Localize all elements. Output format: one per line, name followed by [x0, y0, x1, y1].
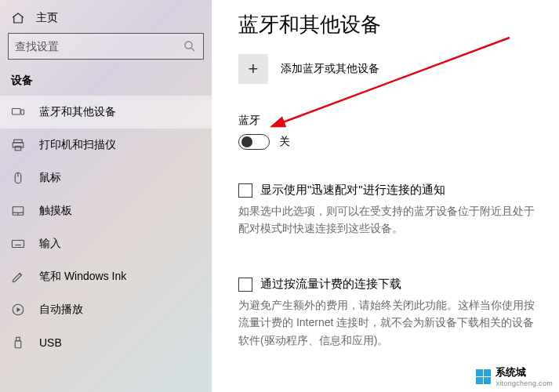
sidebar-item-label: 自动播放	[39, 303, 83, 317]
svg-rect-3	[21, 110, 24, 114]
svg-rect-5	[13, 143, 24, 147]
svg-rect-20	[16, 337, 20, 341]
svg-rect-2	[13, 109, 21, 115]
watermark-logo	[476, 369, 491, 384]
search-icon	[183, 39, 197, 53]
devices-icon	[11, 105, 25, 119]
usb-icon	[11, 336, 25, 350]
autoplay-icon	[11, 303, 25, 317]
svg-rect-12	[13, 241, 24, 248]
quick-pair-description: 如果选中此选项，则可以在受支持的蓝牙设备位于附近且处于配对模式时快速连接到这些设…	[238, 202, 536, 238]
sidebar-item-label: 鼠标	[39, 171, 61, 185]
bluetooth-toggle-state: 关	[279, 135, 290, 149]
watermark: 系统城 xitongcheng.com	[476, 365, 553, 387]
category-label: 设备	[0, 71, 212, 96]
search-container	[0, 33, 212, 71]
sidebar-item-printers[interactable]: 打印机和扫描仪	[0, 129, 212, 162]
quick-pair-checkbox[interactable]	[238, 183, 252, 198]
home-link[interactable]: 主页	[0, 6, 212, 33]
sidebar-item-label: 笔和 Windows Ink	[39, 270, 126, 284]
sidebar-item-label: 蓝牙和其他设备	[39, 105, 116, 119]
sidebar-item-autoplay[interactable]: 自动播放	[0, 293, 212, 326]
svg-marker-19	[17, 307, 21, 312]
home-icon	[11, 11, 25, 25]
svg-line-1	[191, 48, 194, 51]
sidebar-item-label: 触摸板	[39, 204, 72, 218]
printer-icon	[11, 138, 25, 152]
metered-checkbox[interactable]	[238, 278, 252, 292]
svg-rect-6	[15, 147, 21, 151]
sidebar-item-pen[interactable]: 笔和 Windows Ink	[0, 260, 212, 293]
main-content: 蓝牙和其他设备 + 添加蓝牙或其他设备 蓝牙 关 显示使用"迅速配对"进行连接的…	[212, 0, 559, 392]
add-device-button[interactable]: + 添加蓝牙或其他设备	[238, 54, 537, 84]
sidebar-item-label: USB	[39, 336, 62, 349]
svg-rect-21	[15, 341, 21, 348]
sidebar-item-mouse[interactable]: 鼠标	[0, 162, 212, 194]
sidebar-item-usb[interactable]: USB	[0, 326, 212, 359]
home-label: 主页	[36, 11, 58, 25]
mouse-icon	[11, 171, 25, 185]
keyboard-icon	[11, 237, 25, 251]
sidebar-item-touchpad[interactable]: 触摸板	[0, 194, 212, 227]
page-title: 蓝牙和其他设备	[238, 11, 537, 38]
touchpad-icon	[11, 204, 25, 218]
bluetooth-toggle[interactable]	[238, 134, 270, 150]
search-input[interactable]	[15, 40, 183, 53]
sidebar-item-label: 打印机和扫描仪	[39, 138, 116, 152]
bluetooth-section-label: 蓝牙	[238, 114, 537, 128]
quick-pair-label: 显示使用"迅速配对"进行连接的通知	[260, 183, 445, 198]
search-box[interactable]	[8, 33, 204, 60]
sidebar-item-typing[interactable]: 输入	[0, 227, 212, 260]
sidebar: 主页 设备 蓝牙和其他设备 打印机和扫描仪 鼠标 触摸板	[0, 0, 212, 392]
watermark-url: xitongcheng.com	[495, 379, 553, 387]
pen-icon	[11, 270, 25, 284]
add-device-label: 添加蓝牙或其他设备	[281, 62, 379, 76]
metered-description: 为避免产生额外的费用，请始终关闭此功能。这样当你使用按流量计费的 Interne…	[238, 296, 536, 349]
sidebar-item-bluetooth[interactable]: 蓝牙和其他设备	[0, 96, 212, 129]
sidebar-item-label: 输入	[39, 237, 61, 251]
plus-icon: +	[238, 54, 268, 84]
metered-label: 通过按流量计费的连接下载	[260, 277, 401, 292]
svg-point-0	[185, 42, 192, 49]
watermark-brand: 系统城	[495, 365, 553, 379]
